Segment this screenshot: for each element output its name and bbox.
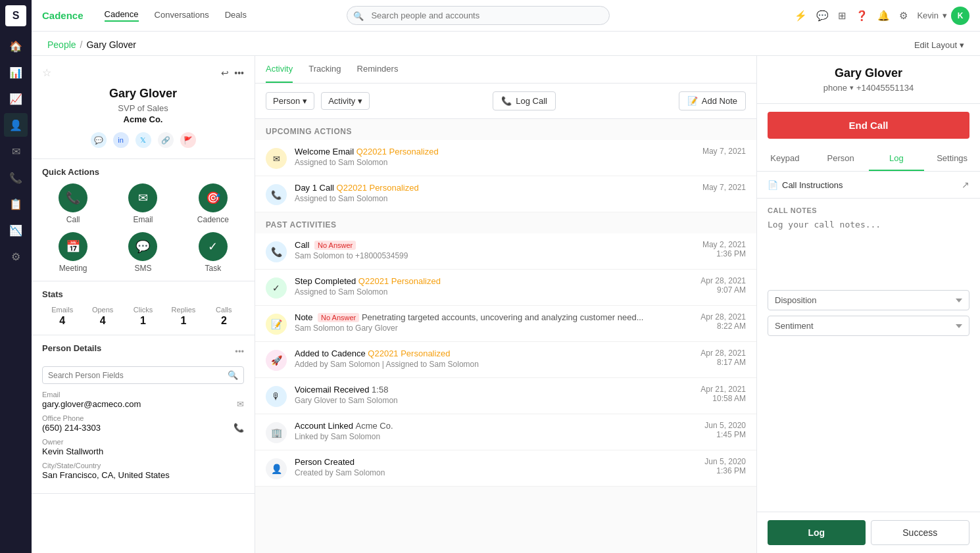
page-content: People / Gary Glover Edit Layout ▾ ☆ ↩	[32, 32, 980, 553]
call-label: Call	[66, 215, 80, 224]
sidebar-icon-home[interactable]: 🏠	[4, 34, 28, 58]
disposition-select[interactable]: Disposition Connected Left Voicemail No …	[768, 290, 969, 310]
stat-calls-label: Calls	[204, 306, 244, 314]
tab-tracking[interactable]: Tracking	[308, 56, 341, 83]
activity-content: Voicemail Received 1:58 Gary Glover to S…	[295, 385, 679, 405]
more-options-icon[interactable]: •••	[234, 68, 244, 78]
activity-content: Added to Cadence Q22021 Personalized Add…	[295, 349, 679, 369]
app-logo[interactable]: S	[5, 5, 26, 26]
sidebar-icon-chart[interactable]: 📈	[4, 87, 28, 110]
bolt-icon[interactable]: ⚡	[795, 10, 807, 22]
activity-tabs-bar: Activity Tracking Reminders	[255, 56, 756, 84]
lightning-icon[interactable]: 🔔	[877, 10, 890, 22]
tab-reminders[interactable]: Reminders	[357, 56, 399, 83]
breadcrumb-separator: /	[80, 39, 83, 50]
call-tab-settings[interactable]: Settings	[924, 147, 980, 171]
log-button[interactable]: Log	[768, 520, 866, 545]
end-call-button[interactable]: End Call	[768, 112, 969, 139]
add-note-button[interactable]: 📝 Add Note	[679, 91, 746, 110]
activity-content: Step Completed Q22021 Personalized Assig…	[295, 276, 679, 297]
chat-icon[interactable]: 💬	[816, 10, 829, 22]
sidebar-icon-tasks[interactable]: 📋	[4, 192, 28, 216]
detail-owner: Owner Kevin Stallworth	[42, 438, 244, 456]
activity-time: Apr 21, 202110:58 AM	[687, 385, 746, 403]
search-person-fields[interactable]: 🔍	[42, 366, 244, 384]
log-call-label: Log Call	[516, 96, 547, 106]
chat-social-icon[interactable]: 💬	[91, 132, 107, 148]
email-field-icon[interactable]: ✉	[237, 399, 244, 409]
person-filter-label: Person	[273, 96, 300, 106]
person-filter-button[interactable]: Person ▾	[266, 92, 314, 110]
stat-replies-label: Replies	[163, 306, 203, 314]
sidebar-icon-settings[interactable]: ⚙	[4, 245, 28, 268]
call-button[interactable]: 📞	[59, 183, 87, 212]
user-menu[interactable]: Kevin ▾ K	[917, 7, 969, 25]
nav-conversations[interactable]: Conversations	[155, 10, 209, 21]
edit-layout-button[interactable]: Edit Layout ▾	[914, 40, 964, 50]
activity-sub: Sam Solomon to +18000534599	[295, 251, 679, 260]
call-tab-log[interactable]: Log	[869, 147, 925, 171]
sidebar-icon-activity[interactable]: 📊	[4, 60, 28, 84]
task-button[interactable]: ✓	[199, 232, 228, 261]
phone-field-label: Office Phone	[42, 414, 244, 422]
sidebar-icon-phone[interactable]: 📞	[4, 166, 28, 189]
disposition-section: Disposition Connected Left Voicemail No …	[757, 282, 980, 344]
past-activities-header: Past Activities	[255, 212, 756, 233]
star-icon[interactable]: ☆	[42, 66, 51, 79]
log-call-button[interactable]: 📞 Log Call	[493, 91, 556, 110]
stats-section: Stats Emails 4 Opens 4 Clicks 1	[32, 281, 255, 335]
call-tab-person[interactable]: Person	[813, 147, 869, 171]
nav-cadence[interactable]: Cadence	[105, 9, 139, 22]
sentiment-select[interactable]: Sentiment Positive Neutral Negative	[768, 316, 969, 336]
person-details-section: Person Details ••• 🔍 Email gary.glover@a…	[32, 335, 255, 494]
email-field-value: gary.glover@acmeco.com ✉	[42, 399, 244, 409]
phone-field-icon[interactable]: 📞	[233, 423, 244, 433]
list-item: 📝 Note No Answer Penetrating targeted ac…	[255, 306, 756, 342]
sidebar-icon-mail[interactable]: ✉	[4, 139, 28, 163]
search-fields-input[interactable]	[48, 371, 224, 380]
sms-button[interactable]: 💬	[128, 232, 157, 261]
call-tab-keypad[interactable]: Keypad	[757, 147, 813, 171]
call-action[interactable]: 📞 Call	[42, 183, 104, 224]
sidebar-icon-reports[interactable]: 📉	[4, 218, 28, 242]
activity-filter-button[interactable]: Activity ▾	[321, 92, 370, 110]
location-field-label: City/State/Country	[42, 462, 244, 469]
activity-sub: Sam Solomon to Gary Glover	[295, 324, 679, 333]
breadcrumb-people-link[interactable]: People	[47, 39, 76, 50]
help-icon[interactable]: ❓	[856, 10, 868, 22]
cadence-action[interactable]: 🎯 Cadence	[182, 183, 244, 224]
sms-action[interactable]: 💬 SMS	[112, 232, 174, 273]
twitter-icon[interactable]: 𝕏	[135, 132, 151, 148]
activity-title: Person Created	[295, 457, 679, 467]
tab-activity[interactable]: Activity	[266, 56, 293, 83]
external-link-icon[interactable]: ↗	[962, 180, 969, 190]
linkedin-icon[interactable]: in	[113, 132, 129, 148]
email-action[interactable]: ✉ Email	[112, 183, 174, 224]
activity-content: Call No Answer Sam Solomon to +180005345…	[295, 240, 679, 260]
activity-content: Account Linked Acme Co. Linked by Sam So…	[295, 421, 679, 441]
flag-icon[interactable]: 🚩	[180, 132, 196, 148]
call-contact-name: Gary Glover	[768, 66, 969, 80]
meeting-button[interactable]: 📅	[59, 232, 87, 261]
search-input[interactable]	[347, 6, 610, 25]
back-icon[interactable]: ↩	[221, 68, 229, 78]
phone-chevron[interactable]: ▾	[850, 84, 854, 92]
grid-icon[interactable]: ⊞	[838, 10, 846, 22]
activity-title: Day 1 Call Q22021 Personalized	[295, 183, 679, 193]
cadence-button[interactable]: 🎯	[199, 183, 228, 212]
settings-icon[interactable]: ⚙	[899, 10, 908, 22]
activity-time: Apr 28, 20218:17 AM	[687, 349, 746, 367]
activity-content: Person Created Created by Sam Solomon	[295, 457, 679, 477]
meeting-action[interactable]: 📅 Meeting	[42, 232, 104, 273]
activity-title: Call No Answer	[295, 240, 679, 250]
email-button[interactable]: ✉	[128, 183, 157, 212]
email-field-label: Email	[42, 391, 244, 398]
nav-deals[interactable]: Deals	[225, 10, 247, 21]
success-button[interactable]: Success	[871, 520, 970, 545]
activity-sub: Assigned to Sam Solomon	[295, 194, 679, 203]
person-details-more[interactable]: •••	[235, 347, 244, 356]
link-icon[interactable]: 🔗	[158, 132, 174, 148]
call-notes-input[interactable]	[768, 220, 969, 272]
sidebar-icon-people[interactable]: 👤	[4, 113, 28, 137]
task-action[interactable]: ✓ Task	[182, 232, 244, 273]
